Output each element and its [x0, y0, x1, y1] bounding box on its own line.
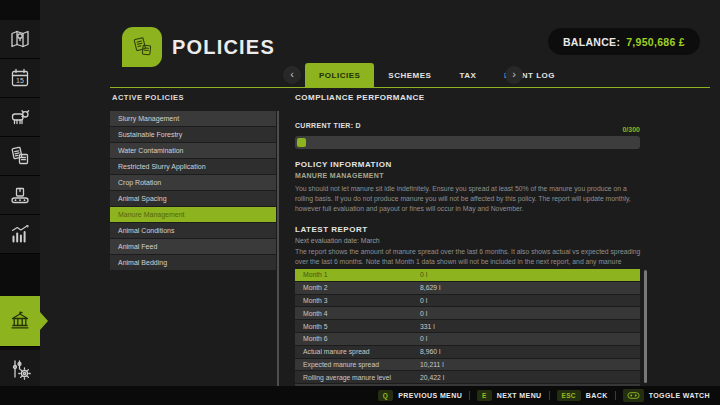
- key-esc-badge: ESC: [557, 390, 581, 401]
- row-value: 20,422 l: [420, 374, 444, 381]
- footer-bar: Q PREVIOUS MENU E NEXT MENU ESC BACK TOG…: [0, 386, 720, 405]
- svg-text:15: 15: [16, 77, 24, 84]
- key-e-badge: E: [477, 390, 492, 401]
- production-line-icon: [8, 183, 32, 207]
- hint-label: TOGGLE WATCH: [649, 392, 710, 399]
- divider: [469, 391, 470, 400]
- row-value: 0 l: [420, 297, 427, 304]
- toggle-watch-hint[interactable]: TOGGLE WATCH: [623, 389, 710, 402]
- documents-icon: [8, 144, 32, 168]
- balance-display: BALANCE: 7,950,686 £: [548, 28, 700, 55]
- policies-app-icon: [122, 27, 162, 67]
- balance-value: 7,950,686 £: [626, 36, 685, 48]
- table-row[interactable]: Month 5331 l: [295, 320, 640, 332]
- cow-icon: [8, 105, 32, 129]
- sidebar-item-contracts[interactable]: [0, 137, 40, 176]
- tabs-next-arrow[interactable]: ›: [505, 66, 523, 84]
- bank-icon: [8, 309, 32, 333]
- table-row[interactable]: Rolling average manure level20,422 l: [295, 371, 640, 383]
- list-item[interactable]: Animal Conditions: [110, 223, 276, 238]
- tab-event-log[interactable]: EVENT LOG: [490, 63, 569, 88]
- key-q-badge: Q: [378, 390, 393, 401]
- divider: [615, 391, 616, 400]
- hint-label: NEXT MENU: [497, 392, 542, 399]
- table-row[interactable]: Expected manure spread10,211 l: [295, 359, 640, 371]
- tab-tax[interactable]: TAX: [445, 63, 490, 88]
- policy-name-subheader: MANURE MANAGEMENT: [295, 172, 384, 179]
- sidebar-item-production[interactable]: [0, 176, 40, 215]
- row-label: Rolling average manure level: [303, 374, 391, 381]
- table-row[interactable]: Month 40 l: [295, 307, 640, 319]
- gamepad-icon: [623, 389, 644, 402]
- row-label: Month 1: [303, 271, 328, 278]
- divider: [549, 391, 550, 400]
- row-label: Month 6: [303, 335, 328, 342]
- row-label: Month 3: [303, 297, 328, 304]
- back-hint[interactable]: ESC BACK: [557, 390, 608, 401]
- tier-progress-bar: [295, 136, 640, 149]
- row-value: 0 l: [420, 271, 427, 278]
- hint-label: PREVIOUS MENU: [398, 392, 462, 399]
- sidebar-item-map[interactable]: [0, 20, 40, 59]
- list-item[interactable]: Animal Bedding: [110, 255, 276, 270]
- sidebar: 15: [0, 0, 40, 405]
- row-value: 8,960 l: [420, 348, 440, 355]
- page-title: POLICIES: [172, 36, 275, 59]
- row-value: 0 l: [420, 335, 427, 342]
- policy-info-header: POLICY INFORMATION: [295, 160, 392, 169]
- bar-chart-icon: [8, 222, 32, 246]
- latest-report-header: LATEST REPORT: [295, 225, 368, 234]
- row-value: 0 l: [420, 310, 427, 317]
- tabs-prev-arrow[interactable]: ‹: [283, 66, 301, 84]
- tab-bar: POLICIES SCHEMES TAX EVENT LOG: [305, 63, 569, 88]
- table-row[interactable]: Month 60 l: [295, 333, 640, 345]
- evaluation-date: Next evaluation date: March: [295, 237, 380, 244]
- policy-description: You should not let manure sit idle indef…: [295, 184, 645, 214]
- list-item[interactable]: Crop Rotation: [110, 175, 276, 190]
- sliders-gear-icon: [8, 357, 32, 381]
- list-item[interactable]: Water Contamination: [110, 143, 276, 158]
- chevron-right-icon: ›: [512, 68, 516, 80]
- policies-screen: 15: [0, 0, 720, 405]
- policies-list-scrollbar[interactable]: [277, 111, 279, 388]
- list-item[interactable]: Animal Feed: [110, 239, 276, 254]
- tier-progress-fill: [297, 138, 306, 147]
- row-value: 8,629 l: [420, 284, 440, 291]
- balance-label: BALANCE:: [563, 36, 620, 48]
- list-item[interactable]: Sustainable Forestry: [110, 127, 276, 142]
- map-icon: [8, 27, 32, 51]
- report-table-scrollbar[interactable]: [644, 270, 647, 383]
- compliance-score: 0/300: [295, 126, 640, 133]
- row-value: 10,211 l: [420, 361, 444, 368]
- list-item[interactable]: Slurry Management: [110, 111, 276, 126]
- sidebar-item-statistics[interactable]: [0, 215, 40, 254]
- next-menu-hint[interactable]: E NEXT MENU: [477, 390, 541, 401]
- documents-icon: [127, 32, 157, 62]
- compliance-header: COMPLIANCE PERFORMANCE: [295, 93, 425, 102]
- list-item[interactable]: Animal Spacing: [110, 191, 276, 206]
- sidebar-item-finances[interactable]: [0, 296, 40, 347]
- table-row[interactable]: Month 30 l: [295, 295, 640, 307]
- sidebar-item-calendar[interactable]: 15: [0, 59, 40, 98]
- sidebar-item-settings[interactable]: [0, 350, 40, 389]
- row-label: Month 5: [303, 323, 328, 330]
- table-row[interactable]: Month 10 l: [295, 269, 640, 281]
- table-row[interactable]: Month 28,629 l: [295, 282, 640, 294]
- row-value: 331 l: [420, 323, 435, 330]
- active-policies-header: ACTIVE POLICIES: [112, 93, 184, 102]
- list-item-selected[interactable]: Manure Management: [110, 207, 276, 222]
- list-item[interactable]: Restricted Slurry Application: [110, 159, 276, 174]
- previous-menu-hint[interactable]: Q PREVIOUS MENU: [378, 390, 462, 401]
- row-label: Expected manure spread: [303, 361, 379, 368]
- row-label: Actual manure spread: [303, 348, 370, 355]
- table-row[interactable]: Actual manure spread8,960 l: [295, 346, 640, 358]
- row-label: Month 2: [303, 284, 328, 291]
- chevron-left-icon: ‹: [290, 68, 294, 80]
- row-label: Month 4: [303, 310, 328, 317]
- tab-schemes[interactable]: SCHEMES: [374, 63, 445, 88]
- calendar-icon: 15: [8, 66, 32, 90]
- hint-label: BACK: [586, 392, 608, 399]
- sidebar-item-animals[interactable]: [0, 98, 40, 137]
- tab-policies[interactable]: POLICIES: [305, 63, 374, 88]
- active-policies-list: Slurry Management Sustainable Forestry W…: [110, 111, 276, 271]
